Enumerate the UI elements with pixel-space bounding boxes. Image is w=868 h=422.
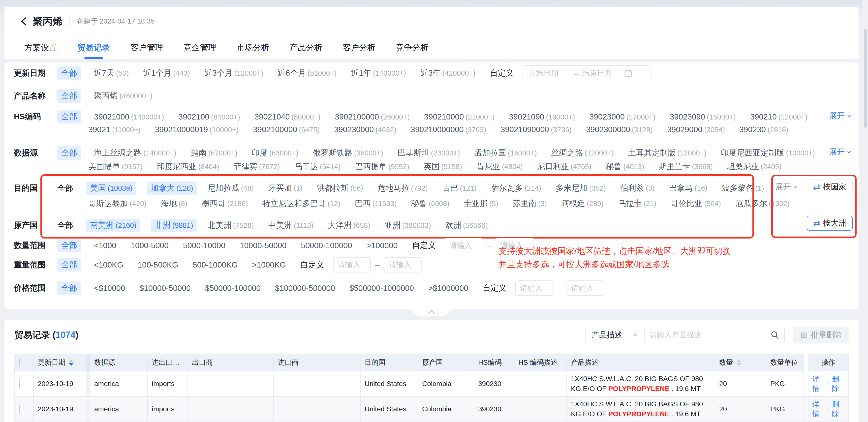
weight-max-input[interactable] <box>384 257 422 272</box>
filter-option[interactable]: <1000 <box>94 241 116 250</box>
filter-option[interactable]: 39021090000(3736) <box>500 125 571 134</box>
tab[interactable]: 方案设置 <box>24 36 57 59</box>
filter-option[interactable]: 5000-10000 <box>183 241 225 250</box>
filter-option[interactable]: <100KG <box>94 260 123 269</box>
delete-link[interactable]: 删除 <box>832 375 844 393</box>
filter-option[interactable]: 俄罗斯铁路(36000+) <box>313 148 383 158</box>
filter-option[interactable]: <$10000 <box>94 284 125 293</box>
all-chip[interactable]: 全部 <box>57 258 81 271</box>
end-date-input[interactable] <box>582 69 624 77</box>
filter-option[interactable]: 巴基斯坦(23000+) <box>398 148 460 158</box>
detail-link[interactable]: 详情 <box>812 375 825 393</box>
filter-option[interactable]: 3902300000(3128) <box>586 125 653 134</box>
filter-option[interactable]: 39021040(50000+) <box>254 112 320 122</box>
filter-option[interactable]: 坦桑尼亚(2405) <box>727 161 781 172</box>
custom-label[interactable]: 自定义 <box>300 259 324 270</box>
collapse-tab[interactable] <box>410 309 453 316</box>
filter-option[interactable]: $10000-50000 <box>140 284 190 293</box>
by-country-button[interactable]: ⇄ 按国家 <box>807 180 853 194</box>
filter-option[interactable]: 近3年(420000+) <box>421 68 475 78</box>
filter-option[interactable]: 中美洲(1113) <box>268 220 313 231</box>
scrollbar-thumb[interactable] <box>864 29 867 128</box>
filter-option[interactable]: $50000-100000 <box>205 284 261 293</box>
filter-option[interactable]: 印度尼西亚定制版(10000+) <box>721 148 815 158</box>
tab[interactable]: 客户管理 <box>130 36 163 59</box>
filter-option[interactable]: 阿根廷(289) <box>561 198 603 209</box>
filter-option[interactable]: 秘鲁(6008) <box>411 198 450 209</box>
filter-option[interactable]: 南美洲(2160) <box>86 219 141 232</box>
row-checkbox[interactable] <box>19 404 20 413</box>
weight-min-input[interactable] <box>333 257 371 272</box>
filter-option[interactable]: 印度尼西亚(8464) <box>157 161 219 172</box>
filter-option[interactable]: 近1个月(443) <box>143 68 190 78</box>
filter-option[interactable]: 多米尼加(352) <box>556 183 606 194</box>
detail-link[interactable]: 详情 <box>812 400 825 419</box>
search-icon[interactable] <box>770 330 779 339</box>
filter-option[interactable]: 聚丙烯(460000+) <box>94 91 153 101</box>
start-date-input[interactable] <box>528 69 571 77</box>
filter-option[interactable]: 洪都拉斯(56) <box>317 183 363 194</box>
quantity-min-input[interactable] <box>445 238 483 253</box>
filter-option[interactable]: 390210000000(3763) <box>411 125 486 134</box>
expand-link[interactable]: 展开 <box>775 182 798 192</box>
sort-icons[interactable] <box>737 359 741 366</box>
filter-option[interactable]: 39021(11000+) <box>88 125 141 134</box>
filter-option[interactable]: 印度(63000+) <box>252 148 298 158</box>
tab[interactable]: 竞企管理 <box>184 36 216 59</box>
filter-option[interactable]: 近6个月(51000+) <box>278 68 337 78</box>
filter-option[interactable]: 大洋洲(658) <box>328 220 370 231</box>
all-chip[interactable]: 全部 <box>57 89 81 103</box>
column-header-update-date[interactable]: 更新日期 <box>33 354 86 371</box>
search-input[interactable] <box>645 331 770 339</box>
row-checkbox[interactable] <box>19 379 20 388</box>
filter-option[interactable]: 1000-5000 <box>131 241 168 250</box>
filter-option[interactable]: 乌干达(6414) <box>294 161 341 172</box>
tab[interactable]: 竞争分析 <box>396 36 429 59</box>
custom-label[interactable]: 自定义 <box>483 283 506 294</box>
filter-option[interactable]: 斯里兰卡(3668) <box>658 161 713 172</box>
filter-option[interactable]: >$1000000 <box>428 284 468 293</box>
filter-option[interactable]: 3902100(84000+) <box>178 112 240 122</box>
filter-option[interactable]: $100000-500000 <box>275 284 335 293</box>
all-option[interactable]: 全部 <box>57 220 73 231</box>
filter-option[interactable]: 39023000(17000+) <box>589 112 655 122</box>
select-all-checkbox[interactable] <box>19 358 20 367</box>
filter-option[interactable]: 10000-50000 <box>240 241 287 250</box>
filter-option[interactable]: 500-1000KG <box>193 260 238 269</box>
all-option[interactable]: 全部 <box>57 183 73 194</box>
all-chip[interactable]: 全部 <box>57 282 81 295</box>
filter-option[interactable]: 100-500KG <box>137 260 178 269</box>
filter-option[interactable]: 孟加拉国(16000+) <box>474 148 537 158</box>
filter-option[interactable]: 3902100000(6475) <box>253 125 320 134</box>
filter-option[interactable]: 丝绸之路(12000+) <box>551 148 614 158</box>
filter-option[interactable]: 英国(5198) <box>424 161 462 172</box>
filter-option[interactable]: 墨西哥(2186) <box>202 198 248 209</box>
filter-option[interactable]: 越南(67000+) <box>191 148 237 158</box>
column-header-quantity[interactable]: 数量 <box>715 354 766 371</box>
expand-link[interactable]: 展开 <box>829 110 851 121</box>
filter-option[interactable]: 近7天(50) <box>94 68 129 78</box>
all-chip[interactable]: 全部 <box>57 239 81 252</box>
sort-icons[interactable] <box>69 359 73 366</box>
filter-option[interactable]: 39021090(19000+) <box>509 112 575 122</box>
filter-option[interactable]: 39023090(15000+) <box>670 112 736 122</box>
filter-option[interactable]: 欧洲(56566) <box>445 220 488 231</box>
filter-option[interactable]: 伯利兹(3) <box>620 183 654 194</box>
filter-option[interactable]: 圭亚那(5) <box>464 198 498 209</box>
by-continent-button[interactable]: ⇄ 按大洲 <box>807 216 853 231</box>
filter-option[interactable]: 危地马拉(792) <box>377 183 428 194</box>
filter-option[interactable]: 390210000019(10000+) <box>155 125 239 134</box>
filter-option[interactable]: 菲律宾(7672) <box>234 161 280 172</box>
all-chip[interactable]: 全部 <box>57 66 81 80</box>
filter-option[interactable]: 巴拿马(16) <box>669 183 708 194</box>
filter-option[interactable]: 390210(12000+) <box>750 112 807 122</box>
filter-option[interactable]: 哥伦比亚(504) <box>671 198 721 209</box>
filter-option[interactable]: 39021000(140000+) <box>94 112 164 122</box>
filter-option[interactable]: 加拿大(120) <box>147 182 197 195</box>
search-field-select[interactable]: 产品描述 <box>586 327 645 343</box>
bulk-delete-button[interactable]: 批量删除 <box>793 327 849 343</box>
filter-option[interactable]: 海地(8) <box>161 198 187 209</box>
filter-option[interactable]: $500000-1000000 <box>349 284 414 293</box>
filter-option[interactable]: 特立尼达和多巴哥(12) <box>262 198 341 209</box>
back-icon[interactable] <box>20 16 31 27</box>
